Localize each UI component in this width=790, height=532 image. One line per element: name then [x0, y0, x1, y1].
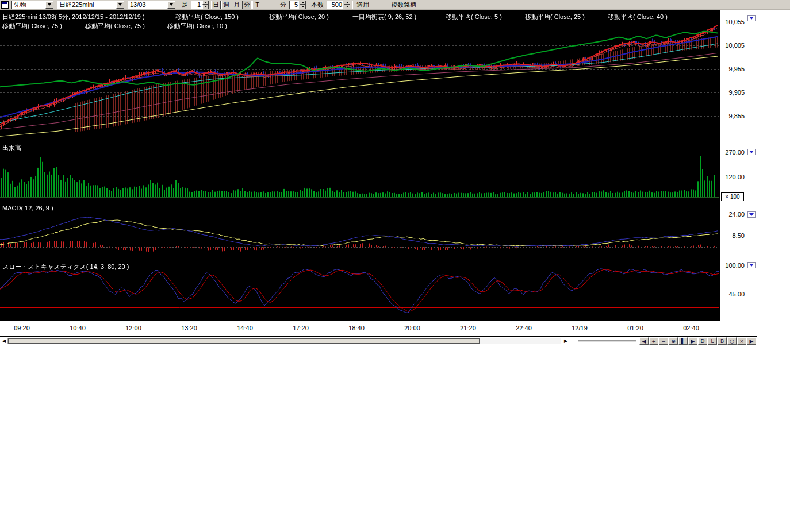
indicator-label-ma20: 移動平均( Close, 20 ) [269, 13, 329, 21]
indicator-label-ma40: 移動平均( Close, 40 ) [608, 13, 668, 21]
price-scale-dropdown-button[interactable] [747, 15, 756, 21]
chevron-down-icon[interactable] [116, 1, 124, 9]
stoch-pane-label: スロー・ストキャスティクス( 14, 3, 80, 20 ) [2, 263, 129, 271]
triangle-down-icon [205, 6, 207, 7]
interval-spinner: 5 [289, 1, 306, 9]
symbol-value: 日経225mini [59, 1, 94, 9]
secondary-scrollbar[interactable] [578, 340, 636, 342]
spin-up-button[interactable] [344, 1, 350, 5]
time-axis-label: 13:20 [181, 325, 197, 331]
volume-pane-label: 出来高 [2, 144, 21, 152]
instrument-type-dropdown[interactable]: 先物 [11, 1, 54, 9]
spin-up-button[interactable] [202, 1, 209, 5]
scroll-start-button[interactable]: ◀ [639, 337, 649, 345]
bar-label: 足 [182, 1, 188, 9]
stoch-tick-label: 100.00 [725, 262, 745, 269]
volume-tick-label: 120.00 [725, 174, 745, 180]
triangle-up-icon [346, 2, 348, 3]
period-tick-button[interactable]: T [252, 1, 262, 9]
interval-input[interactable]: 5 [289, 1, 300, 9]
spin-down-button[interactable] [202, 5, 209, 9]
period-week-button[interactable]: 週 [221, 1, 231, 9]
bottom-scrollbar-area: ◀ ▶ ◀+−⊕▌▶DLB○×▶ [0, 336, 757, 345]
bar-style-button[interactable]: ▌ [678, 337, 688, 345]
indicator-label-ichimoku: 一目均衡表( 9, 26, 52 ) [352, 13, 416, 21]
period-day-button[interactable]: 日 [211, 1, 221, 9]
time-axis-label: 09:20 [14, 325, 30, 331]
multi-symbol-button[interactable]: 複数銘柄 [386, 1, 421, 9]
triangle-down-icon [346, 6, 348, 7]
indicator-label-ma10: 移動平均( Close, 10 ) [167, 22, 227, 30]
price-tick-label: 9,855 [728, 113, 745, 119]
bar-interval-spinner: 1 [191, 1, 209, 9]
scrollbar-thumb[interactable] [8, 338, 480, 344]
volume-scale-dropdown-button[interactable] [747, 149, 756, 155]
day-mode-button[interactable]: D [698, 337, 707, 345]
bar-interval-input[interactable]: 1 [191, 1, 202, 9]
count-input[interactable]: 500 [327, 1, 344, 9]
line-mode-button[interactable]: L [708, 337, 717, 345]
triangle-down-icon [302, 6, 304, 7]
triangle-up-icon [302, 2, 304, 3]
app-icon [1, 1, 9, 9]
chart-nav-button-group: ◀+−⊕▌▶DLB○×▶ [639, 337, 757, 345]
indicator-label-ma25: 移動平均( Close, 25 ) [525, 13, 585, 21]
main-toolbar: 先物 日経225mini 13/03 足 1 日 週 月 分 T [0, 0, 790, 10]
time-axis-label: 10:40 [70, 325, 86, 331]
crosshair-button[interactable]: ⊕ [669, 337, 678, 345]
spin-up-button[interactable] [300, 1, 306, 5]
circle-tool-button[interactable]: ○ [727, 337, 737, 345]
count-value: 500 [332, 1, 342, 8]
scroll-left-arrow[interactable]: ◀ [1, 338, 7, 344]
volume-multiplier-badge: × 100 [721, 192, 744, 201]
chevron-down-icon[interactable] [167, 1, 175, 9]
close-chart-button[interactable]: × [737, 337, 746, 345]
instrument-type-value: 先物 [14, 1, 26, 9]
period-month-button[interactable]: 月 [232, 1, 241, 9]
period-minute-button[interactable]: 分 [242, 1, 252, 9]
price-tick-label: 9,955 [728, 65, 745, 72]
spin-down-button[interactable] [344, 5, 350, 9]
bar-interval-value: 1 [197, 1, 201, 8]
scroll-right-arrow[interactable]: ▶ [563, 338, 569, 344]
scrollbar-track[interactable] [7, 338, 561, 344]
jump-latest-button[interactable]: ▶ [747, 337, 756, 345]
zoom-out-button[interactable]: − [659, 337, 668, 345]
indicator-label-ma150: 移動平均( Close, 150 ) [175, 13, 239, 21]
price-tick-label: 10,005 [725, 42, 745, 49]
zoom-in-button[interactable]: + [649, 337, 658, 345]
symbol-dropdown[interactable]: 日経225mini [57, 1, 125, 9]
bar-mode-button[interactable]: B [718, 337, 727, 345]
chart-canvas[interactable] [0, 10, 720, 321]
indicator-label-ma75a: 移動平均( Close, 75 ) [2, 22, 62, 30]
time-axis-label: 14:40 [237, 325, 253, 331]
time-axis-label: 12:00 [125, 325, 141, 331]
indicator-label-ma75b: 移動平均( Close, 75 ) [85, 22, 145, 30]
unit-label: 分 [280, 1, 286, 9]
triangle-down-icon [749, 213, 754, 216]
value-axis-strip: 10,055 10,005 9,955 9,905 9,855 270.00 1… [720, 10, 746, 336]
contract-month-dropdown[interactable]: 13/03 [128, 1, 176, 9]
contract-month-value: 13/03 [130, 1, 146, 8]
count-label: 本数 [311, 1, 324, 9]
scale-dropdown-strip [746, 10, 757, 336]
scroll-end-button[interactable]: ▶ [688, 337, 697, 345]
chevron-down-icon[interactable] [45, 1, 53, 9]
stoch-scale-dropdown-button[interactable] [747, 262, 756, 268]
triangle-down-icon [749, 264, 754, 267]
apply-button[interactable]: 適用 [352, 1, 373, 9]
chart-title: 日経225mini 13/03( 5分, 2012/12/15 - 2012/1… [2, 13, 145, 21]
macd-scale-dropdown-button[interactable] [747, 211, 756, 218]
price-tick-label: 10,055 [725, 18, 745, 25]
triangle-up-icon [205, 2, 207, 3]
trading-chart-window: 先物 日経225mini 13/03 足 1 日 週 月 分 T [0, 0, 790, 532]
volume-tick-label: 270.00 [725, 149, 745, 156]
macd-pane-label: MACD( 12, 26, 9 ) [2, 205, 53, 211]
time-axis-label: 17:20 [293, 325, 309, 331]
macd-tick-label: 24.00 [728, 211, 745, 218]
triangle-down-icon [749, 151, 754, 153]
time-axis-label: 18:40 [348, 325, 365, 331]
count-spinner: 500 [327, 1, 350, 9]
indicator-label-ma5: 移動平均( Close, 5 ) [446, 13, 502, 21]
spin-down-button[interactable] [300, 5, 306, 9]
